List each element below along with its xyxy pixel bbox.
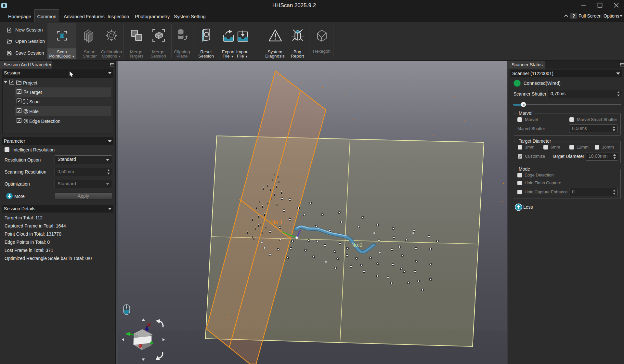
svg-text:No.1: No.1 [271,219,283,226]
svg-text:Z: Z [145,325,148,330]
svg-text:No.0: No.0 [351,242,362,248]
